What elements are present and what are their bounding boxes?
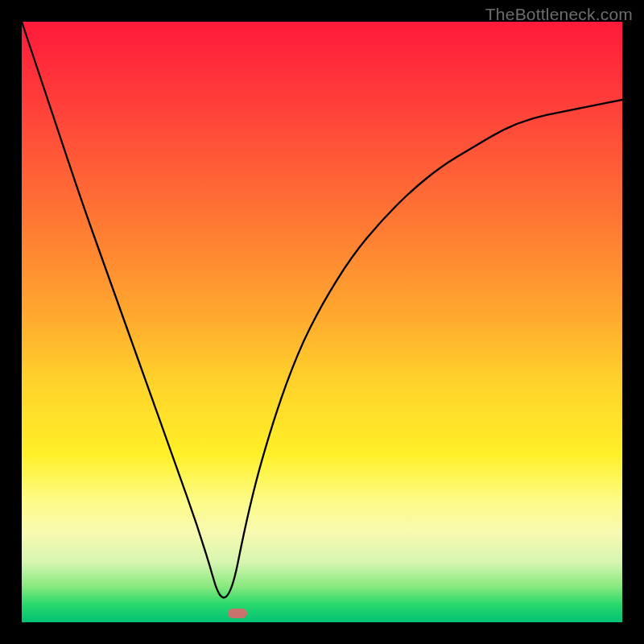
watermark-text: TheBottleneck.com [485,5,633,24]
plot-area [22,22,622,622]
curve-path [22,22,622,597]
bottleneck-curve [22,22,622,622]
chart-frame: TheBottleneck.com [0,0,644,644]
bottleneck-marker [228,609,247,618]
